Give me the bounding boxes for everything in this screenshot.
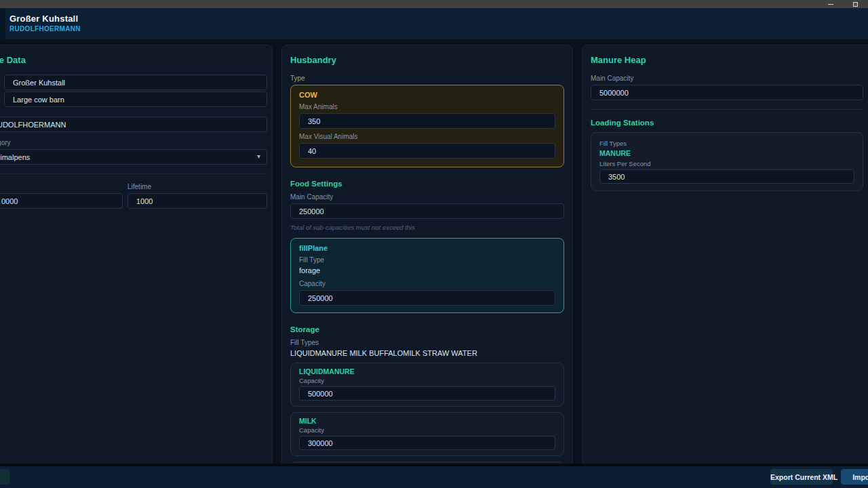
storage-capacity-label: Capacity xyxy=(299,426,555,434)
page-title: Großer Kuhstall xyxy=(9,14,78,24)
lifetime-field: Lifetime xyxy=(127,183,267,209)
liters-per-second-label: Liters Per Second xyxy=(599,160,854,167)
max-animals-label: Max Animals xyxy=(299,103,555,110)
manure-heap-panel: Manure Heap Main Capacity Loading Statio… xyxy=(582,45,868,466)
loading-stations-title: Loading Stations xyxy=(591,119,863,127)
fill-plane-card: fillPlane Fill Type forage Capacity xyxy=(290,238,564,313)
fill-plane-title: fillPlane xyxy=(299,244,555,252)
storage-capacity-input[interactable] xyxy=(299,386,555,401)
fill-plane-capacity-label: Capacity xyxy=(299,280,555,287)
header-accent xyxy=(0,8,5,39)
name-group xyxy=(4,75,267,107)
storage-capacity-input[interactable] xyxy=(299,436,555,450)
function-input[interactable] xyxy=(4,92,267,107)
window-titlebar xyxy=(0,0,868,8)
husbandry-title: Husbandry xyxy=(290,55,564,65)
lifetime-label: Lifetime xyxy=(127,183,267,190)
app-header: Großer Kuhstall RUDOLFHOERMANN xyxy=(0,8,868,39)
maximize-button[interactable] xyxy=(850,0,860,8)
manure-main-capacity-label: Main Capacity xyxy=(591,75,863,82)
manure-heap-divider xyxy=(591,109,863,110)
max-visual-animals-input[interactable] xyxy=(299,143,555,159)
base-data-panel: Base Data Category animalpens ▾ Lifetime xyxy=(0,45,273,466)
export-xml-button[interactable]: Export Current XML xyxy=(770,469,833,485)
food-capacity-note: Total of sub-capacities must not exceed … xyxy=(290,224,564,231)
lifetime-input[interactable] xyxy=(127,193,267,209)
storage-capacity-label: Capacity xyxy=(299,377,555,384)
type-label: Type xyxy=(290,75,564,82)
storage-fill-types-label: Fill Types xyxy=(290,339,564,346)
husbandry-panel: Husbandry Type COW Max Animals Max Visua… xyxy=(281,45,573,466)
minimize-icon xyxy=(828,4,833,5)
brand-row xyxy=(0,117,267,132)
storage-fill-types-value: LIQUIDMANURE MILK BUFFALOMILK STRAW WATE… xyxy=(290,349,564,357)
minimize-button[interactable] xyxy=(826,0,835,8)
storage-card-title: MILK xyxy=(299,417,555,425)
chevron-down-icon: ▾ xyxy=(257,152,260,160)
loading-fill-types-label: Fill Types xyxy=(599,140,854,147)
animal-type-name: COW xyxy=(299,91,555,99)
manure-heap-title: Manure Heap xyxy=(591,55,863,65)
food-main-capacity-input[interactable] xyxy=(290,203,564,219)
category-label: Category xyxy=(0,139,267,146)
name-input[interactable] xyxy=(4,75,267,90)
storage-title: Storage xyxy=(290,325,564,333)
liters-per-second-input[interactable] xyxy=(599,169,854,184)
base-data-divider xyxy=(0,174,267,174)
brand-subtitle: RUDOLFHOERMANN xyxy=(9,25,81,33)
food-main-capacity-label: Main Capacity xyxy=(290,193,564,201)
fill-plane-fill-type-label: Fill Type xyxy=(299,256,555,264)
storage-card-milk: MILK Capacity xyxy=(290,412,564,456)
loading-fill-types-value: MANURE xyxy=(599,149,854,157)
storage-card-liquidmanure: LIQUIDMANURE Capacity xyxy=(290,363,564,407)
maximize-icon xyxy=(853,2,858,7)
price-input[interactable] xyxy=(0,193,123,209)
brand-input[interactable] xyxy=(0,117,267,132)
category-select[interactable]: animalpens ▾ xyxy=(0,149,267,165)
category-value: animalpens xyxy=(0,153,30,161)
food-settings-title: Food Settings xyxy=(290,180,564,188)
storage-card-title: LIQUIDMANURE xyxy=(299,367,555,375)
loading-station-card: Fill Types MANURE Liters Per Second xyxy=(591,132,863,191)
import-xml-button[interactable]: Import XML xyxy=(841,469,868,485)
animal-type-card[interactable]: COW Max Animals Max Visual Animals xyxy=(290,85,564,167)
price-field xyxy=(0,193,123,209)
fill-plane-capacity-input[interactable] xyxy=(299,290,555,306)
manure-main-capacity-input[interactable] xyxy=(591,85,863,100)
max-animals-input[interactable] xyxy=(299,113,555,129)
fill-plane-fill-type-value: forage xyxy=(299,266,555,274)
footer-left-button[interactable] xyxy=(0,469,9,485)
base-data-title: Base Data xyxy=(0,55,267,65)
max-visual-animals-label: Max Visual Animals xyxy=(299,133,555,140)
footer-bar: Export Current XML Import XML xyxy=(0,466,868,488)
